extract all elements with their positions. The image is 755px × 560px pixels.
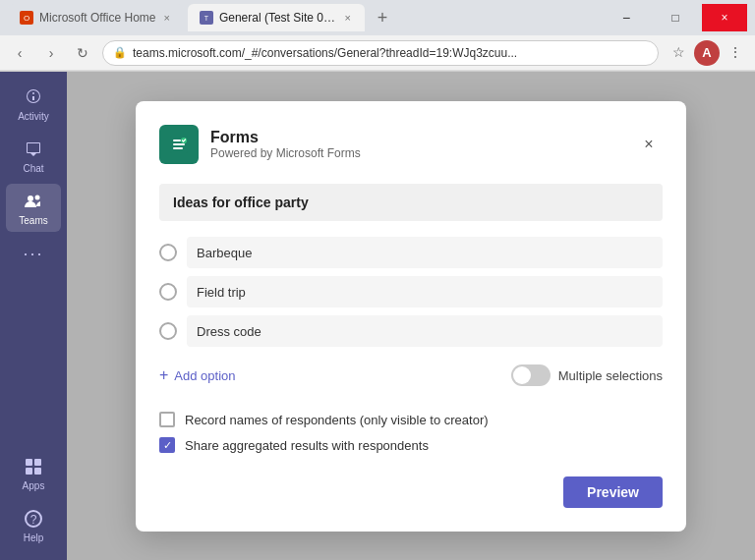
activity-icon xyxy=(22,85,45,109)
add-option-row: + Add option Multiple selections xyxy=(159,363,663,388)
option-row-3 xyxy=(159,315,663,347)
radio-barbeque[interactable] xyxy=(159,244,177,261)
svg-point-5 xyxy=(35,196,40,200)
teams-label: Teams xyxy=(19,215,47,226)
dialog-title-area: Forms Powered by Microsoft Forms xyxy=(210,129,623,160)
svg-rect-15 xyxy=(173,147,183,149)
browser-chrome: O Microsoft Office Home × T General (Tes… xyxy=(0,0,755,72)
help-label: Help xyxy=(24,532,44,543)
url-text: teams.microsoft.com/_#/conversations/Gen… xyxy=(133,46,517,60)
question-box: Ideas for office party xyxy=(159,184,663,221)
svg-text:O: O xyxy=(24,14,29,23)
tab-office-label: Microsoft Office Home xyxy=(39,11,155,25)
profile-icon[interactable]: A xyxy=(694,40,720,66)
address-bar: ‹ › ↻ 🔒 teams.microsoft.com/_#/conversat… xyxy=(0,35,755,71)
refresh-button[interactable]: ↻ xyxy=(71,41,94,65)
multiple-selections-area: Multiple selections xyxy=(511,364,663,386)
apps-label: Apps xyxy=(23,480,45,491)
add-option-button[interactable]: + Add option xyxy=(159,363,236,388)
radio-field-trip[interactable] xyxy=(159,283,177,301)
checkbox-share-results-label: Share aggregated results with respondent… xyxy=(185,438,429,453)
checkbox-record-names-label: Record names of respondents (only visibl… xyxy=(185,413,489,427)
lock-icon: 🔒 xyxy=(113,46,127,59)
add-option-plus-icon: + xyxy=(159,366,168,384)
teams-content-area: Forms Powered by Microsoft Forms × Ideas… xyxy=(67,72,755,560)
sidebar-item-activity[interactable]: Activity xyxy=(6,80,61,128)
apps-icon xyxy=(22,455,45,478)
more-options-icon[interactable]: ⋮ xyxy=(724,40,747,64)
svg-rect-6 xyxy=(26,459,32,466)
dialog-title: Forms xyxy=(210,129,623,146)
tab-teams[interactable]: T General (Test Site 01) | Microsoft... … xyxy=(188,4,365,31)
teams-main: Activity Chat Teams ··· Apps xyxy=(0,72,755,560)
checkbox-row-1: Record names of respondents (only visibl… xyxy=(159,412,663,427)
tab-teams-label: General (Test Site 01) | Microsoft... xyxy=(219,11,337,25)
svg-rect-14 xyxy=(173,143,185,145)
browser-actions: ☆ A ⋮ xyxy=(667,40,747,66)
activity-label: Activity xyxy=(18,111,49,122)
teams-sidebar: Activity Chat Teams ··· Apps xyxy=(0,72,67,560)
dialog-overlay: Forms Powered by Microsoft Forms × Ideas… xyxy=(67,72,755,560)
option-row-1 xyxy=(159,237,663,268)
options-list xyxy=(159,237,663,347)
new-tab-button[interactable]: + xyxy=(369,4,396,31)
svg-rect-7 xyxy=(34,459,41,466)
checkbox-row-2: Share aggregated results with respondent… xyxy=(159,437,663,453)
tab-bar: O Microsoft Office Home × T General (Tes… xyxy=(0,0,755,35)
question-text: Ideas for office party xyxy=(173,195,309,210)
svg-text:?: ? xyxy=(30,513,37,527)
chat-icon xyxy=(22,138,45,161)
teams-icon xyxy=(22,190,45,213)
tab-close-office[interactable]: × xyxy=(161,10,171,26)
dialog-subtitle: Powered by Microsoft Forms xyxy=(210,146,623,160)
tab-close-teams[interactable]: × xyxy=(342,10,352,26)
chat-label: Chat xyxy=(23,163,43,174)
window-controls: − □ × xyxy=(604,4,747,31)
sidebar-item-apps[interactable]: Apps xyxy=(6,449,61,497)
forward-button[interactable]: › xyxy=(39,41,63,65)
sidebar-item-chat[interactable]: Chat xyxy=(6,132,61,180)
maximize-button[interactable]: □ xyxy=(653,4,698,31)
radio-dress-code[interactable] xyxy=(159,322,177,340)
checkbox-record-names[interactable] xyxy=(159,412,175,427)
preview-button[interactable]: Preview xyxy=(563,476,663,508)
multiple-selections-label: Multiple selections xyxy=(558,368,663,383)
bookmark-icon[interactable]: ☆ xyxy=(667,40,690,64)
toggle-knob xyxy=(513,366,531,384)
dialog-footer: Preview xyxy=(159,476,663,508)
sidebar-item-teams[interactable]: Teams xyxy=(6,184,61,232)
dialog-header: Forms Powered by Microsoft Forms × xyxy=(159,125,663,164)
svg-point-4 xyxy=(28,196,33,201)
svg-rect-8 xyxy=(26,468,32,475)
checkboxes-section: Record names of respondents (only visibl… xyxy=(159,408,663,453)
option-input-dress-code[interactable] xyxy=(187,315,663,347)
option-input-field-trip[interactable] xyxy=(187,276,663,308)
tab-office-home[interactable]: O Microsoft Office Home × xyxy=(8,4,184,31)
close-window-button[interactable]: × xyxy=(702,4,747,31)
sidebar-item-help[interactable]: ? Help xyxy=(6,501,61,549)
close-dialog-button[interactable]: × xyxy=(635,131,663,158)
svg-rect-9 xyxy=(34,468,41,475)
sidebar-item-more[interactable]: ··· xyxy=(6,236,61,271)
option-input-barbeque[interactable] xyxy=(187,237,663,268)
minimize-button[interactable]: − xyxy=(604,4,649,31)
checkbox-share-results[interactable] xyxy=(159,437,175,453)
svg-rect-13 xyxy=(173,140,181,141)
forms-logo xyxy=(159,125,199,164)
back-button[interactable]: ‹ xyxy=(8,41,31,65)
add-option-label: Add option xyxy=(174,368,235,383)
forms-dialog: Forms Powered by Microsoft Forms × Ideas… xyxy=(136,101,686,532)
help-icon: ? xyxy=(22,507,45,531)
svg-text:T: T xyxy=(204,15,209,22)
multiple-selections-toggle[interactable] xyxy=(511,364,551,386)
more-icon: ··· xyxy=(22,242,45,265)
option-row-2 xyxy=(159,276,663,308)
url-bar[interactable]: 🔒 teams.microsoft.com/_#/conversations/G… xyxy=(102,40,659,66)
